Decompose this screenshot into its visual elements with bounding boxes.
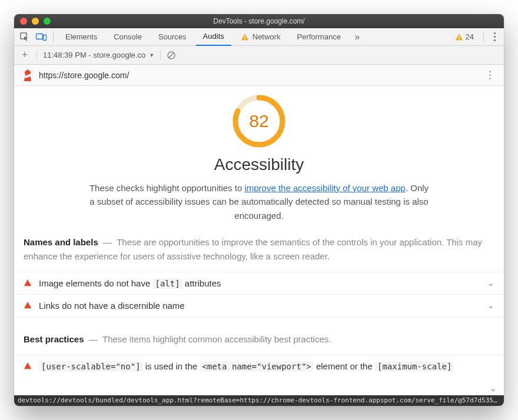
tab-label: Console bbox=[114, 32, 142, 41]
fail-icon bbox=[24, 362, 32, 370]
inspect-element-icon[interactable] bbox=[18, 30, 32, 44]
warning-count-value: 24 bbox=[466, 32, 474, 41]
separator bbox=[160, 50, 161, 61]
console-warning-count[interactable]: 24 bbox=[450, 32, 479, 41]
report-body: 82 Accessibility These checks highlight … bbox=[14, 86, 504, 406]
tab-label: Sources bbox=[158, 32, 187, 41]
new-audit-button[interactable]: + bbox=[19, 49, 31, 61]
tab-elements[interactable]: Elements bbox=[58, 28, 104, 46]
section-title: Names and labels bbox=[24, 237, 98, 247]
svg-rect-6 bbox=[459, 38, 459, 39]
score-value: 82 bbox=[232, 94, 286, 148]
tab-audits[interactable]: Audits bbox=[196, 28, 231, 46]
tab-performance[interactable]: Performance bbox=[290, 28, 347, 46]
audit-list: Image elements do not have [alt] attribu… bbox=[14, 272, 504, 317]
warning-icon bbox=[241, 33, 249, 41]
score-gauge: 82 bbox=[232, 94, 286, 148]
zoom-icon[interactable] bbox=[44, 18, 51, 25]
separator bbox=[483, 32, 484, 42]
report-urlbar: https://store.google.com/ bbox=[14, 65, 504, 86]
accessibility-doc-link[interactable]: improve the accessibility of your web ap… bbox=[244, 183, 405, 193]
fail-icon bbox=[24, 279, 32, 287]
device-toolbar-icon[interactable] bbox=[34, 30, 48, 44]
report-url: https://store.google.com/ bbox=[39, 71, 129, 80]
tab-console[interactable]: Console bbox=[107, 28, 149, 46]
audit-title: [user-scalable="no"] is used in the <met… bbox=[39, 361, 494, 371]
desc-text: These checks highlight opportunities to bbox=[89, 183, 245, 193]
fail-icon bbox=[24, 301, 32, 309]
svg-rect-5 bbox=[459, 35, 459, 38]
more-tabs-icon[interactable]: » bbox=[350, 30, 364, 44]
separator bbox=[53, 32, 54, 42]
close-icon[interactable] bbox=[20, 18, 27, 25]
lighthouse-icon bbox=[22, 69, 33, 81]
tab-label: Network bbox=[253, 32, 281, 41]
audit-title: Image elements do not have [alt] attribu… bbox=[39, 278, 480, 288]
audit-row[interactable]: [user-scalable="no"] is used in the <met… bbox=[14, 355, 504, 377]
audit-row[interactable]: Links do not have a discernible name ⌄ bbox=[14, 295, 504, 317]
audits-toolbar: + 11:48:39 PM - store.google.co ▼ bbox=[14, 46, 504, 65]
svg-line-8 bbox=[169, 53, 174, 58]
section-names-and-labels: Names and labels — These are opportuniti… bbox=[14, 235, 504, 264]
tab-network[interactable]: Network bbox=[234, 28, 288, 46]
section-title: Best practices bbox=[24, 334, 84, 344]
svg-rect-2 bbox=[44, 35, 47, 40]
audit-list: [user-scalable="no"] is used in the <met… bbox=[14, 355, 504, 377]
titlebar: DevTools - store.google.com/ bbox=[14, 14, 504, 28]
tab-label: Performance bbox=[297, 32, 340, 41]
audit-title: Links do not have a discernible name bbox=[39, 301, 480, 311]
chevron-down-icon: ⌄ bbox=[487, 278, 494, 288]
audit-run-label: 11:48:39 PM - store.google.co bbox=[43, 51, 145, 59]
svg-rect-3 bbox=[244, 35, 245, 38]
section-description: These items highlight common accessibili… bbox=[102, 334, 331, 344]
dropdown-icon: ▼ bbox=[149, 52, 154, 58]
traffic-lights bbox=[20, 18, 51, 25]
svg-rect-1 bbox=[36, 34, 43, 39]
status-bar: devtools://devtools/bundled/devtools_app… bbox=[14, 395, 504, 406]
audit-row[interactable]: Image elements do not have [alt] attribu… bbox=[14, 272, 504, 295]
tab-label: Audits bbox=[203, 32, 224, 41]
category-description: These checks highlight opportunities to … bbox=[71, 181, 447, 222]
warning-icon bbox=[455, 33, 463, 41]
window-title: DevTools - store.google.com/ bbox=[14, 17, 504, 25]
svg-rect-4 bbox=[244, 38, 245, 39]
minimize-icon[interactable] bbox=[32, 18, 39, 25]
clear-button[interactable] bbox=[167, 51, 176, 60]
settings-menu-icon[interactable] bbox=[489, 32, 500, 41]
tab-sources[interactable]: Sources bbox=[151, 28, 194, 46]
audit-run-dropdown[interactable]: 11:48:39 PM - store.google.co ▼ bbox=[43, 51, 154, 59]
report-menu-icon[interactable] bbox=[484, 71, 496, 79]
devtools-window: DevTools - store.google.com/ Elements Co… bbox=[14, 14, 504, 406]
separator bbox=[36, 50, 37, 61]
chevron-down-icon: ⌄ bbox=[490, 384, 497, 393]
chevron-down-icon: ⌄ bbox=[487, 301, 494, 310]
section-best-practices: Best practices — These items highlight c… bbox=[14, 332, 504, 346]
tab-label: Elements bbox=[65, 32, 97, 41]
panel-tabstrip: Elements Console Sources Audits Network … bbox=[14, 28, 504, 46]
category-title: Accessibility bbox=[214, 155, 304, 174]
